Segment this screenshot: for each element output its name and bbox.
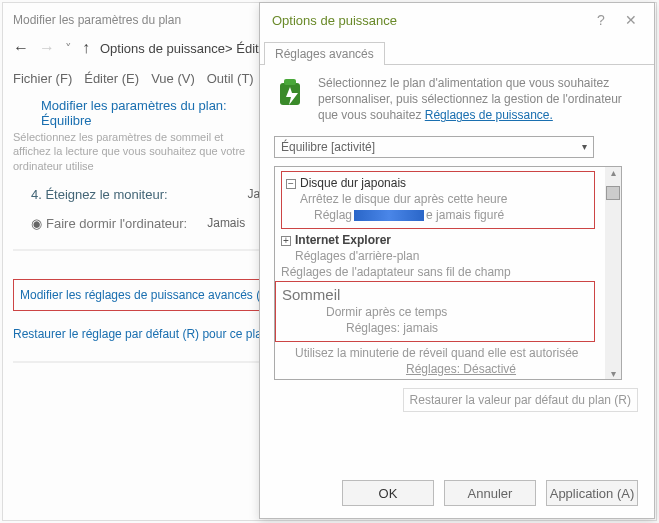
dialog-buttons: OK Annuler Application (A)	[342, 480, 638, 506]
scroll-thumb[interactable]	[606, 186, 620, 200]
label-setting-b: e jamais figuré	[426, 208, 504, 222]
node-stop-disk[interactable]: Arrêtez le disque dur après cette heure	[300, 192, 590, 206]
sleep-label: Faire dormir l'ordinateur:	[46, 216, 187, 231]
menu-file[interactable]: Fichier (F)	[13, 71, 72, 86]
node-sleep[interactable]: Sommeil	[282, 286, 594, 303]
plan-combo[interactable]: Équilibre [activité] ▾	[274, 136, 594, 158]
sleep-value[interactable]: Jamais	[207, 216, 245, 230]
menu-edit[interactable]: Éditer (E)	[84, 71, 139, 86]
tab-advanced[interactable]: Réglages avancés	[264, 42, 385, 65]
node-wireless[interactable]: Réglages de l'adaptateur sans fil de cha…	[281, 265, 599, 279]
settings-tree: −Disque dur japonais Arrêtez le disque d…	[274, 166, 622, 380]
collapse-icon[interactable]: −	[286, 179, 296, 189]
node-wake-setting[interactable]: Réglages: Désactivé	[323, 362, 599, 376]
expand-icon[interactable]: +	[281, 236, 291, 246]
dialog-panel: Sélectionnez le plan d'alimentation que …	[260, 65, 654, 420]
selection-highlight	[354, 210, 424, 221]
menu-tool[interactable]: Outil (T)	[207, 71, 254, 86]
link-restore-defaults[interactable]: Restaurer le réglage par défaut (R) pour…	[13, 327, 268, 341]
sleep-radio-icon[interactable]: ◉	[31, 216, 42, 231]
plan-combo-value: Équilibre [activité]	[281, 140, 375, 154]
menu-view[interactable]: Vue (V)	[151, 71, 195, 86]
highlight-japanese-disk: −Disque dur japonais Arrêtez le disque d…	[281, 171, 595, 229]
node-disk-setting[interactable]: Réglage jamais figuré	[314, 208, 590, 222]
scroll-down-icon[interactable]: ▾	[611, 368, 616, 379]
node-ie-bg[interactable]: Réglages d'arrière-plan	[295, 249, 599, 263]
breadcrumb[interactable]: Options de puissance> Éditer	[100, 41, 270, 56]
tab-strip: Réglages avancés	[260, 41, 654, 65]
cancel-button[interactable]: Annuler	[444, 480, 536, 506]
history-chevron-icon[interactable]: ˅	[65, 41, 72, 56]
label-japanese-disk: Disque dur japonais	[300, 176, 406, 190]
node-sleep-after[interactable]: Dormir après ce temps	[326, 305, 594, 319]
ok-button[interactable]: OK	[342, 480, 434, 506]
forward-icon: →	[39, 39, 55, 57]
label-ie: Internet Explorer	[295, 233, 391, 247]
close-icon[interactable]: ✕	[616, 12, 646, 28]
monitor-label: 4. Éteignez le moniteur:	[31, 187, 168, 202]
restore-plan-default[interactable]: Restaurer la valeur par défaut du plan (…	[403, 388, 638, 412]
info-link[interactable]: Réglages de puissance.	[425, 108, 553, 122]
plan-heading: Modifier les paramètres du plan: Équilib…	[41, 98, 261, 128]
dialog-titlebar: Options de puissance ? ✕	[260, 3, 654, 37]
node-sleep-setting[interactable]: Réglages: jamais	[346, 321, 594, 335]
tree-content: −Disque dur japonais Arrêtez le disque d…	[275, 167, 605, 379]
plan-desc: Sélectionnez les paramètres de sommeil e…	[13, 130, 263, 173]
up-icon[interactable]: ↑	[82, 39, 90, 57]
tree-scrollbar[interactable]: ▴ ▾	[605, 167, 621, 379]
svg-rect-1	[284, 79, 296, 85]
battery-icon	[274, 75, 310, 111]
label-setting-a: Réglag	[314, 208, 352, 222]
chevron-down-icon: ▾	[582, 141, 587, 152]
highlight-sleep: Sommeil Dormir après ce temps Réglages: …	[275, 281, 595, 342]
apply-button[interactable]: Application (A)	[546, 480, 638, 506]
info-text: Sélectionnez le plan d'alimentation que …	[318, 75, 640, 124]
scroll-up-icon[interactable]: ▴	[611, 167, 616, 178]
link-advanced-settings[interactable]: Modifier les réglages de puissance avanc…	[13, 279, 280, 311]
node-japanese-disk[interactable]: −Disque dur japonais	[286, 176, 590, 190]
info-row: Sélectionnez le plan d'alimentation que …	[274, 75, 640, 124]
help-icon[interactable]: ?	[586, 12, 616, 28]
back-icon[interactable]: ←	[13, 39, 29, 57]
node-wake-timer[interactable]: Utilisez la minuterie de réveil quand el…	[295, 346, 599, 360]
power-options-dialog: Options de puissance ? ✕ Réglages avancé…	[259, 2, 655, 519]
node-ie[interactable]: +Internet Explorer	[281, 233, 599, 247]
dialog-title-text: Options de puissance	[272, 13, 397, 28]
